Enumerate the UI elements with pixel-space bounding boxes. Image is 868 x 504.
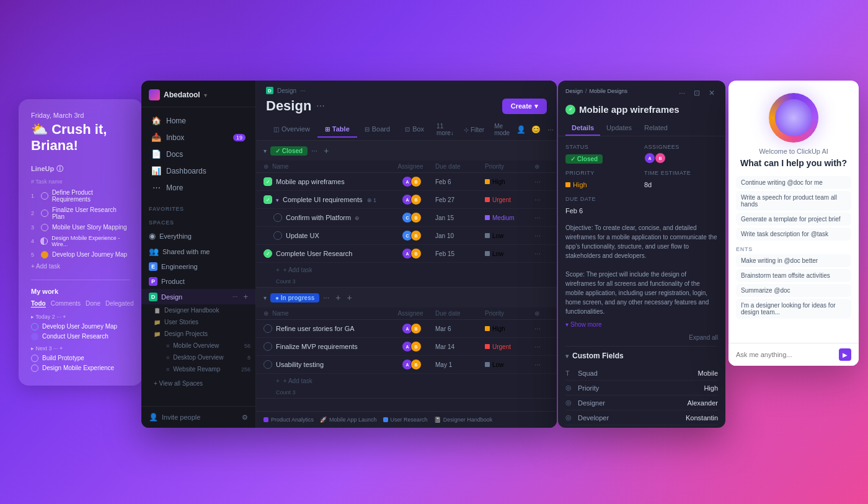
- task-mobile-wireframes[interactable]: ✓ Mobile app wireframes A B Feb 6 High ·…: [256, 173, 557, 191]
- detail-more-icon[interactable]: ···: [676, 87, 688, 99]
- lineup-task-1[interactable]: 1 Define Product Requirements: [31, 187, 130, 205]
- breadcrumb-design[interactable]: Design: [565, 88, 583, 94]
- tab-overview[interactable]: ◫ Overview: [266, 122, 317, 138]
- show-more-button[interactable]: ▾ Show more: [565, 321, 718, 328]
- task-more-1[interactable]: ···: [534, 177, 549, 186]
- task-checkbox-6[interactable]: [264, 324, 272, 333]
- tab-board[interactable]: ⊟ Board: [357, 122, 397, 138]
- sidebar-item-more[interactable]: ⋯ More: [144, 179, 253, 196]
- task-confirm-platform[interactable]: Confirm with Platform ⊕ C B Jan 15 Mediu…: [256, 209, 557, 227]
- task-checkbox-3[interactable]: [273, 213, 282, 222]
- emoji-icon[interactable]: 😊: [529, 123, 542, 136]
- task-more-7[interactable]: ···: [534, 342, 549, 351]
- breadcrumb-mobile-designs[interactable]: Mobile Designs: [590, 88, 628, 94]
- view-all-spaces[interactable]: + View all Spaces: [149, 378, 248, 389]
- sidebar-item-shared[interactable]: 👥 Shared with me: [141, 244, 255, 259]
- task-checkbox-8[interactable]: [264, 360, 272, 369]
- cf-squad[interactable]: T Squad Mobile: [565, 366, 718, 381]
- more-options-icon[interactable]: ···: [544, 123, 557, 136]
- ai-suggestion-4[interactable]: Write task description for @task: [736, 228, 851, 241]
- sidebar-item-inbox[interactable]: 📥 Inbox 19: [144, 129, 253, 146]
- me-mode-button[interactable]: Me mode: [489, 120, 515, 139]
- next-task-2[interactable]: Design Mobile Experience: [31, 363, 130, 373]
- inprogress-group-add[interactable]: +: [335, 293, 340, 303]
- tab-delegated[interactable]: Delegated: [105, 300, 134, 307]
- task-finalize-mvp[interactable]: Finalize MVP requirements A B Mar 14 Urg…: [256, 338, 557, 356]
- bottom-item-4[interactable]: 📓 Designer Handbook: [434, 417, 493, 423]
- task-more-3[interactable]: ···: [534, 213, 549, 222]
- detail-priority-chip[interactable]: High: [565, 181, 587, 188]
- ai-suggestion-8[interactable]: I'm a designer looking for ideas for des…: [736, 299, 851, 319]
- closed-add-task[interactable]: + + Add task: [256, 263, 557, 276]
- sidebar-item-home[interactable]: 🏠 Home: [144, 112, 253, 129]
- ai-suggestion-3[interactable]: Generate a template for project brief: [736, 213, 851, 226]
- lineup-add-task[interactable]: + Add task: [31, 263, 130, 270]
- sidebar-item-product[interactable]: P Product: [141, 274, 255, 289]
- inprogress-group-add2[interactable]: +: [347, 293, 352, 303]
- detail-status-chip[interactable]: ✓ Closed: [565, 154, 603, 164]
- sidebar-item-engineering[interactable]: E Engineering: [141, 259, 255, 274]
- design-add-icon[interactable]: +: [243, 292, 248, 301]
- custom-fields-header[interactable]: ▾ Custom Fields: [565, 351, 718, 360]
- ai-suggestion-7[interactable]: Summarize @doc: [736, 284, 851, 297]
- page-title-dots[interactable]: ⋯: [316, 101, 325, 111]
- detail-tab-updates[interactable]: Updates: [600, 121, 638, 136]
- ai-send-button[interactable]: ▶: [839, 348, 851, 361]
- chevron-down-icon[interactable]: ▾: [204, 92, 207, 99]
- desktop-overview[interactable]: ≡ Desktop Overview 8: [161, 351, 255, 363]
- sidebar-item-design[interactable]: D Design ··· +: [141, 289, 255, 304]
- inprogress-group-header[interactable]: ▾ ● In progress ··· + +: [256, 288, 557, 307]
- detail-close-icon[interactable]: ✕: [706, 87, 718, 99]
- ai-suggestion-5[interactable]: Make writing in @doc better: [736, 254, 851, 267]
- tabs-more[interactable]: 11 more↓: [432, 119, 459, 140]
- ai-suggestion-6[interactable]: Brainstorm team offsite activities: [736, 269, 851, 282]
- task-more-8[interactable]: ···: [534, 360, 549, 369]
- tab-table[interactable]: ⊞ Table: [317, 122, 357, 138]
- task-checkbox-1[interactable]: ✓: [264, 177, 272, 186]
- next-task-1[interactable]: Build Prototype: [31, 353, 130, 363]
- cf-designer[interactable]: ◎ Designer Alexander: [565, 396, 718, 410]
- sidebar-item-everything[interactable]: ◉ Everything: [141, 228, 255, 244]
- detail-tab-details[interactable]: Details: [565, 121, 600, 136]
- today-task-1[interactable]: Develop User Journey Map: [31, 322, 130, 332]
- detail-tab-related[interactable]: Related: [638, 121, 674, 136]
- task-checkbox-5[interactable]: ✓: [264, 249, 272, 258]
- dots-icon[interactable]: ···: [300, 87, 305, 94]
- ai-search-input[interactable]: [736, 351, 839, 358]
- lineup-task-5[interactable]: 5 Develop User Journey Map: [31, 249, 130, 260]
- detail-expand-icon[interactable]: ⊡: [691, 87, 703, 99]
- today-task-2[interactable]: Conduct User Research: [31, 332, 130, 342]
- task-checkbox-4[interactable]: [273, 231, 282, 240]
- closed-group-header[interactable]: ▾ ✓ Closed ··· +: [256, 141, 557, 161]
- person-icon[interactable]: 👤: [515, 123, 527, 136]
- user-stories[interactable]: 📁 User Stories: [149, 316, 255, 328]
- add-col-icon[interactable]: ⊕: [534, 163, 539, 170]
- designer-handbook[interactable]: 📋 Designer Handbook: [149, 304, 255, 316]
- task-complete-ui[interactable]: ✓ ▾ Complete UI requirements ⊕ 1 A B Feb…: [256, 191, 557, 209]
- inprogress-add-task[interactable]: + + Add task: [256, 374, 557, 387]
- website-revamp[interactable]: ≡ Website Revamp 256: [161, 363, 255, 375]
- cf-priority[interactable]: ◎ Priority High: [565, 381, 718, 396]
- task-complete-research[interactable]: ✓ Complete User Research A B Feb 15 Low …: [256, 245, 557, 263]
- expand-all-button[interactable]: Expand all: [565, 334, 718, 341]
- ai-suggestion-2[interactable]: Write a speech for product team all hand…: [736, 191, 851, 211]
- create-button[interactable]: Create ▾: [502, 99, 547, 114]
- bottom-item-2[interactable]: 🚀 Mobile App Launch: [320, 417, 377, 423]
- task-more-6[interactable]: ···: [534, 324, 549, 333]
- sidebar-item-docs[interactable]: 📄 Docs: [144, 146, 253, 162]
- detail-time-value[interactable]: 8d: [644, 181, 652, 188]
- lineup-task-2[interactable]: 2 Finalize User Research Plan: [31, 205, 130, 222]
- filter-button[interactable]: ⊹ Filter: [459, 124, 489, 136]
- bottom-item-1[interactable]: Product Analytics: [264, 417, 314, 423]
- cf-developer[interactable]: ◎ Developer Konstantin: [565, 410, 718, 425]
- lineup-task-3[interactable]: 3 Mobile User Story Mapping: [31, 222, 130, 233]
- tab-comments[interactable]: Comments: [51, 300, 81, 307]
- invite-label[interactable]: Invite people: [162, 413, 200, 421]
- task-update-ux[interactable]: Update UX C B Jan 10 Low ···: [256, 227, 557, 245]
- sidebar-item-dashboards[interactable]: 📊 Dashboards: [144, 162, 253, 179]
- design-projects[interactable]: 📁 Design Projects: [149, 328, 255, 340]
- bottom-item-3[interactable]: User Research: [383, 417, 428, 423]
- ai-suggestion-1[interactable]: Continue writing @doc for me: [736, 176, 851, 189]
- inprogress-group-dots[interactable]: ···: [323, 293, 329, 302]
- lineup-task-4[interactable]: 4 Design Mobile Experience - Wire...: [31, 233, 130, 249]
